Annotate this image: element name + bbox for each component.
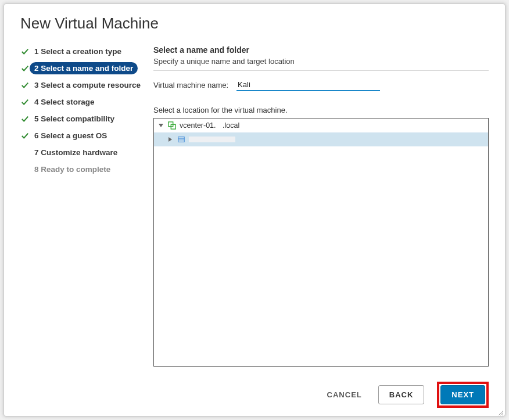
checkmark-icon: [20, 81, 30, 89]
new-vm-dialog: New Virtual Machine 1 Select a creation …: [3, 3, 506, 417]
tree-datacenter-row[interactable]: [154, 132, 488, 146]
checkmark-icon: [20, 115, 30, 123]
tree-root-row[interactable]: vcenter-01. .local: [154, 119, 488, 132]
step-label: 3 Select a compute resource: [30, 79, 145, 91]
step-4[interactable]: 4 Select storage: [20, 96, 151, 108]
checkmark-icon: [20, 64, 30, 73]
checkmark-icon: [20, 132, 30, 140]
step-1[interactable]: 1 Select a creation type: [20, 45, 151, 58]
step-3[interactable]: 3 Select a compute resource: [20, 79, 151, 91]
step-label: 2 Select a name and folder: [30, 62, 138, 74]
svg-line-7: [502, 414, 503, 415]
next-button[interactable]: NEXT: [440, 385, 485, 404]
step-8: 8 Ready to complete: [20, 163, 151, 175]
location-tree[interactable]: vcenter-01. .local: [153, 118, 489, 367]
next-button-highlight: NEXT: [437, 382, 489, 408]
step-6[interactable]: 6 Select a guest OS: [20, 130, 151, 142]
back-button[interactable]: BACK: [378, 385, 425, 404]
checkmark-icon: [20, 98, 30, 106]
section-subtitle: Specify a unique name and target locatio…: [153, 57, 489, 66]
vm-name-label: Virtual machine name:: [153, 81, 228, 89]
step-label: 6 Select a guest OS: [30, 130, 112, 142]
tree-datacenter-label: [189, 137, 235, 142]
divider: [153, 70, 489, 71]
vm-name-input[interactable]: [236, 79, 336, 91]
chevron-right-icon[interactable]: [167, 137, 174, 142]
section-title: Select a name and folder: [153, 45, 489, 55]
step-content: Select a name and folder Specify a uniqu…: [151, 45, 489, 371]
cancel-button[interactable]: CANCEL: [324, 386, 365, 404]
dialog-footer: CANCEL BACK NEXT: [20, 382, 489, 408]
resize-handle-icon[interactable]: [497, 408, 504, 415]
chevron-down-icon[interactable]: [157, 123, 164, 128]
step-label: 4 Select storage: [30, 96, 99, 108]
step-label: 8 Ready to complete: [30, 163, 115, 175]
checkmark-icon: [20, 48, 30, 56]
step-label: 5 Select compatibility: [30, 113, 119, 125]
location-caption: Select a location for the virtual machin…: [153, 106, 489, 114]
datacenter-icon: [177, 135, 185, 144]
vm-name-row: Virtual machine name:: [153, 79, 489, 91]
step-label: 1 Select a creation type: [30, 45, 126, 58]
input-accent-bar: [236, 90, 380, 91]
step-2[interactable]: 2 Select a name and folder: [20, 62, 151, 74]
dialog-body: 1 Select a creation type 2 Select a name…: [20, 45, 489, 371]
step-5[interactable]: 5 Select compatibility: [20, 113, 151, 125]
tree-root-label: vcenter-01. .local: [180, 121, 244, 130]
step-label: 7 Customize hardware: [30, 146, 122, 159]
wizard-steps: 1 Select a creation type 2 Select a name…: [20, 45, 151, 371]
svg-rect-2: [178, 137, 185, 142]
vcenter-icon: [168, 121, 176, 130]
vm-name-input-wrap: [236, 79, 489, 91]
step-7[interactable]: 7 Customize hardware: [20, 146, 151, 159]
dialog-title: New Virtual Machine: [20, 15, 489, 33]
